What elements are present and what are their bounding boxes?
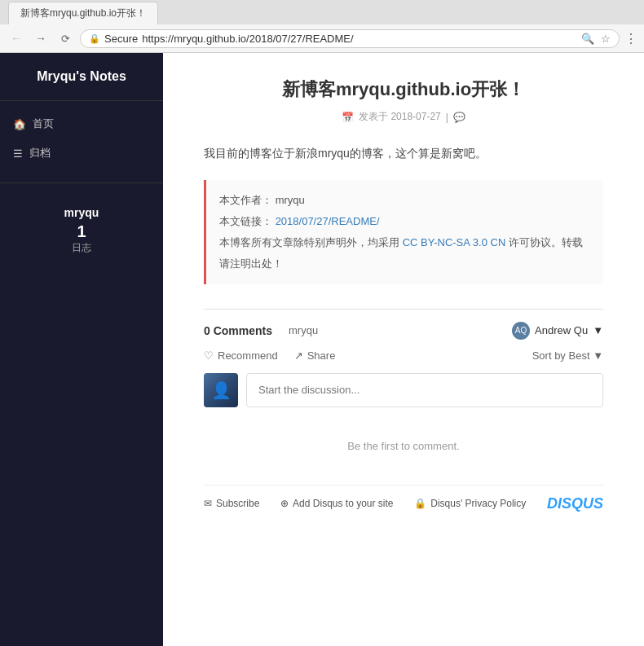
- heart-icon: ♡: [204, 349, 214, 362]
- info-copyright-text: 本博客所有文章除特别声明外，均采用: [219, 236, 399, 248]
- privacy-label: Disqus' Privacy Policy: [430, 498, 526, 509]
- info-copyright-line: 本博客所有文章除特别声明外，均采用 CC BY-NC-SA 3.0 CN 许可协…: [219, 232, 590, 275]
- sidebar-item-archive[interactable]: ☰ 归档: [0, 138, 163, 168]
- browser-tab[interactable]: 新博客mryqu.github.io开张！: [8, 2, 158, 24]
- secure-label: Secure: [104, 33, 138, 45]
- comments-section: 0 Comments mryqu AQ Andrew Qu ▼ ♡ Recomm…: [204, 309, 603, 512]
- tab-label: 新博客mryqu.github.io开张！: [20, 7, 146, 19]
- comments-header-left: 0 Comments mryqu: [204, 324, 318, 337]
- share-label: Share: [307, 349, 336, 362]
- post-info-box: 本文作者： mryqu 本文链接： 2018/07/27/README/ 本博客…: [204, 180, 603, 284]
- comment-input[interactable]: [246, 373, 603, 407]
- post-date: 发表于 2018-07-27: [359, 110, 441, 124]
- browser-chrome: 新博客mryqu.github.io开张！ ← → ⟳ 🔒 Secure htt…: [0, 0, 644, 53]
- address-bar[interactable]: 🔒 Secure https://mryqu.github.io/2018/07…: [80, 29, 620, 48]
- commenter-avatar: [204, 373, 238, 407]
- sidebar-nav: 🏠 首页 ☰ 归档: [0, 101, 163, 176]
- add-disqus-button[interactable]: ⊕ Add Disqus to your site: [280, 498, 393, 509]
- info-link-label: 本文链接：: [219, 215, 272, 227]
- info-link-value[interactable]: 2018/07/27/README/: [276, 215, 380, 227]
- recommend-label: Recommend: [218, 349, 278, 362]
- page-wrapper: Mryqu's Notes 🏠 首页 ☰ 归档 mryqu 1 日志 新博客mr…: [0, 53, 644, 646]
- be-first-text: Be the first to comment.: [204, 424, 603, 468]
- comments-tab[interactable]: mryqu: [289, 324, 318, 336]
- home-icon: 🏠: [13, 118, 26, 130]
- share-icon: ↗: [294, 349, 303, 362]
- sidebar-home-label: 首页: [33, 116, 54, 131]
- user-name: Andrew Qu: [535, 324, 588, 336]
- info-author-line: 本文作者： mryqu: [219, 190, 590, 211]
- comments-user[interactable]: AQ Andrew Qu ▼: [512, 322, 603, 340]
- post-body-text: 我目前的博客位于新浪mryqu的博客，这个算是新窝吧。: [204, 144, 603, 164]
- info-license-link[interactable]: CC BY-NC-SA 3.0 CN: [403, 236, 506, 248]
- browser-tabs: 新博客mryqu.github.io开张！: [0, 0, 644, 24]
- info-link-line: 本文链接： 2018/07/27/README/: [219, 211, 590, 232]
- main-content: 新博客mryqu.github.io开张！ 📅 发表于 2018-07-27 |…: [163, 53, 644, 646]
- star-icon[interactable]: ☆: [601, 33, 611, 45]
- comment-icon: 💬: [453, 112, 465, 123]
- sidebar-username: mryqu: [13, 206, 150, 219]
- secure-icon: 🔒: [89, 33, 100, 44]
- email-icon: ✉: [204, 498, 212, 509]
- browser-toolbar: ← → ⟳ 🔒 Secure https://mryqu.github.io/2…: [0, 24, 644, 52]
- commenter-avatar-img: [204, 373, 238, 407]
- sidebar-profile: mryqu 1 日志: [0, 190, 163, 271]
- disqus-logo: DISQUS: [547, 495, 603, 512]
- post-body: 我目前的博客位于新浪mryqu的博客，这个算是新窝吧。: [204, 144, 603, 164]
- comment-input-area: [204, 373, 603, 407]
- user-dropdown-icon: ▼: [593, 324, 603, 336]
- forward-button[interactable]: →: [31, 29, 51, 48]
- back-button[interactable]: ←: [7, 29, 26, 48]
- meta-separator: |: [446, 112, 448, 123]
- share-button[interactable]: ↗ Share: [294, 349, 336, 362]
- calendar-icon: 📅: [342, 112, 354, 123]
- info-author-label: 本文作者：: [219, 194, 272, 206]
- sort-dropdown-icon: ▼: [593, 349, 603, 362]
- sidebar-divider: [0, 182, 163, 183]
- sidebar-title: Mryqu's Notes: [0, 53, 163, 101]
- sort-label-text: Sort by Best: [532, 349, 590, 362]
- subscribe-label: Subscribe: [216, 498, 259, 509]
- add-icon: ⊕: [280, 498, 289, 509]
- archive-icon: ☰: [13, 147, 23, 160]
- address-right-icons: 🔍 ☆: [581, 33, 611, 45]
- url-text: https://mryqu.github.io/2018/07/27/READM…: [142, 33, 577, 45]
- comments-footer: ✉ Subscribe ⊕ Add Disqus to your site 🔒 …: [204, 485, 603, 512]
- comments-header: 0 Comments mryqu AQ Andrew Qu ▼: [204, 322, 603, 340]
- comments-count: 0 Comments: [204, 324, 272, 337]
- sidebar-item-home[interactable]: 🏠 首页: [0, 109, 163, 138]
- user-avatar: AQ: [512, 322, 530, 340]
- privacy-button[interactable]: 🔒 Disqus' Privacy Policy: [414, 498, 526, 509]
- subscribe-button[interactable]: ✉ Subscribe: [204, 498, 259, 509]
- search-icon[interactable]: 🔍: [581, 33, 594, 45]
- sidebar-post-label: 日志: [13, 241, 150, 255]
- sort-button[interactable]: Sort by Best ▼: [532, 349, 603, 362]
- post-title: 新博客mryqu.github.io开张！: [204, 77, 603, 102]
- comments-actions: ♡ Recommend ↗ Share Sort by Best ▼: [204, 349, 603, 362]
- recommend-button[interactable]: ♡ Recommend: [204, 349, 278, 362]
- reload-button[interactable]: ⟳: [55, 29, 75, 48]
- post-meta: 📅 发表于 2018-07-27 | 💬: [204, 110, 603, 124]
- lock-icon: 🔒: [414, 498, 426, 509]
- sidebar: Mryqu's Notes 🏠 首页 ☰ 归档 mryqu 1 日志: [0, 53, 163, 646]
- menu-button[interactable]: ⋮: [624, 31, 637, 46]
- info-author-value: mryqu: [276, 194, 305, 206]
- add-disqus-label: Add Disqus to your site: [293, 498, 393, 509]
- sidebar-archive-label: 归档: [29, 146, 51, 160]
- sidebar-post-count: 1: [13, 222, 150, 241]
